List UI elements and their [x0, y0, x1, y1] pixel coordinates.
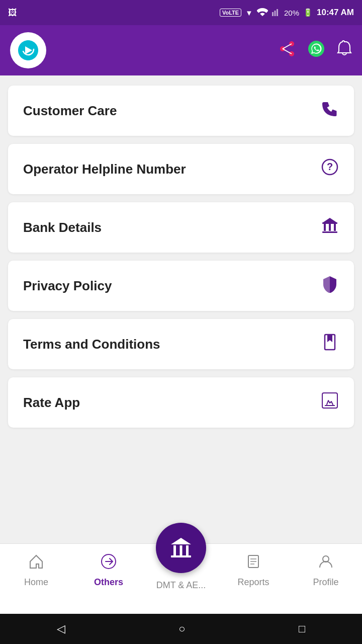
nav-dmt-label: DMT & AE...: [156, 580, 206, 591]
svg-rect-12: [322, 231, 337, 233]
svg-marker-25: [171, 538, 191, 544]
svg-line-7: [283, 44, 292, 49]
nav-item-reports[interactable]: Reports: [217, 551, 290, 588]
svg-line-8: [283, 49, 292, 54]
app-logo: [10, 32, 46, 68]
status-bar-left: 🖼: [8, 8, 17, 18]
volte-badge: VoLTE: [220, 9, 241, 17]
shield-icon: [321, 275, 339, 297]
privacy-policy-item[interactable]: Privacy Policy: [8, 261, 354, 311]
dmt-fab-button[interactable]: [156, 523, 206, 573]
svg-rect-24: [186, 545, 189, 555]
nav-item-others[interactable]: Others: [72, 551, 145, 588]
home-button[interactable]: ○: [178, 622, 185, 635]
svg-rect-1: [274, 11, 276, 16]
nav-item-home[interactable]: Home: [0, 551, 72, 588]
rate-icon: [321, 391, 339, 414]
svg-rect-14: [329, 224, 331, 231]
wifi-icon: [257, 8, 268, 18]
bank-icon: [321, 216, 339, 238]
svg-marker-16: [322, 218, 337, 223]
bookmark-icon: [321, 333, 339, 355]
others-icon: [100, 553, 117, 574]
recents-button[interactable]: □: [299, 622, 305, 635]
customer-care-label: Customer Care: [23, 103, 117, 119]
battery-text: 20%: [284, 9, 299, 17]
main-content: Customer Care Operator Helpline Number ?…: [0, 75, 362, 543]
terms-conditions-item[interactable]: Terms and Conditions: [8, 319, 354, 369]
phone-icon: [321, 100, 339, 122]
operator-helpline-item[interactable]: Operator Helpline Number ?: [8, 144, 354, 194]
svg-rect-2: [277, 9, 278, 16]
profile-icon: [317, 553, 334, 574]
rate-app-label: Rate App: [23, 395, 80, 411]
svg-rect-23: [180, 545, 183, 555]
signal-down-icon: ▼: [245, 9, 253, 17]
share-icon[interactable]: [279, 40, 296, 61]
svg-point-6: [280, 46, 285, 51]
svg-text:?: ?: [327, 161, 333, 172]
battery-icon: 🔋: [303, 8, 313, 17]
svg-rect-17: [322, 222, 337, 224]
nav-item-profile[interactable]: Profile: [290, 551, 362, 588]
header-action-icons: [279, 40, 352, 61]
notification-icon[interactable]: [337, 40, 352, 61]
whatsapp-icon[interactable]: [308, 40, 325, 61]
svg-rect-0: [272, 12, 274, 16]
app-header: [0, 25, 362, 75]
help-circle-icon: ?: [321, 158, 339, 180]
bank-details-item[interactable]: Bank Details: [8, 202, 354, 253]
operator-helpline-label: Operator Helpline Number: [23, 162, 186, 177]
customer-care-item[interactable]: Customer Care: [8, 86, 354, 136]
bottom-navigation: Home Others DMT & AE...: [0, 543, 362, 614]
terms-conditions-label: Terms and Conditions: [23, 337, 160, 352]
reports-icon: [245, 553, 262, 574]
svg-rect-13: [324, 224, 326, 231]
svg-point-9: [308, 41, 324, 57]
signal-icon: [272, 8, 280, 18]
back-button[interactable]: ◁: [57, 622, 65, 635]
nav-reports-label: Reports: [237, 577, 269, 588]
status-bar: 🖼 VoLTE ▼ 20% 🔋 10:47 AM: [0, 0, 362, 25]
time-display: 10:47 AM: [317, 8, 354, 18]
svg-rect-22: [173, 545, 176, 555]
android-nav-bar: ◁ ○ □: [0, 614, 362, 644]
nav-home-label: Home: [24, 577, 48, 588]
status-bar-right: VoLTE ▼ 20% 🔋 10:47 AM: [220, 8, 354, 18]
nav-profile-label: Profile: [313, 577, 338, 588]
svg-rect-15: [334, 224, 336, 231]
bank-details-label: Bank Details: [23, 220, 102, 235]
home-icon: [28, 553, 45, 574]
rate-app-item[interactable]: Rate App: [8, 377, 354, 428]
nav-others-label: Others: [94, 577, 123, 588]
privacy-policy-label: Privacy Policy: [23, 278, 112, 294]
svg-rect-21: [171, 555, 191, 557]
